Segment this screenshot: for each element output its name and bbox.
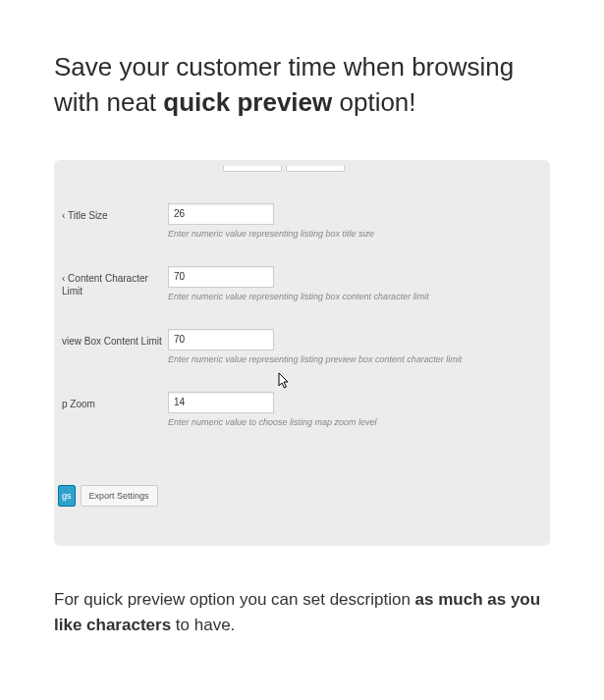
gs-button[interactable]: gs xyxy=(58,485,76,507)
export-settings-label: Export Settings xyxy=(89,491,149,501)
footer-part1: For quick preview option you can set des… xyxy=(54,590,415,609)
headline-part2: option! xyxy=(332,87,415,117)
settings-panel: ‹ Title Size Enter numeric value represe… xyxy=(54,160,550,546)
label-view-box-content: view Box Content Limit xyxy=(58,329,168,348)
label-content-char-limit: ‹ Content Character Limit xyxy=(58,266,168,297)
page-headline: Save your customer time when browsing wi… xyxy=(54,49,550,121)
input-content-char-limit[interactable] xyxy=(168,266,274,288)
field-title-size: ‹ Title Size Enter numeric value represe… xyxy=(58,203,540,239)
gs-button-label: gs xyxy=(62,491,72,501)
footer-description: For quick preview option you can set des… xyxy=(54,587,550,639)
field-p-zoom: p Zoom Enter numeric value to choose lis… xyxy=(58,392,540,427)
hint-p-zoom: Enter numeric value to choose listing ma… xyxy=(168,417,540,427)
export-settings-button[interactable]: Export Settings xyxy=(81,485,158,507)
hint-content-char-limit: Enter numeric value representing listing… xyxy=(168,292,540,301)
footer-part2: to have. xyxy=(171,616,235,634)
tab-fragment xyxy=(223,166,282,172)
field-content-char-limit: ‹ Content Character Limit Enter numeric … xyxy=(58,266,540,301)
input-p-zoom[interactable] xyxy=(168,392,274,413)
input-title-size[interactable] xyxy=(168,203,274,225)
label-title-size: ‹ Title Size xyxy=(58,203,168,222)
input-view-box-content[interactable] xyxy=(168,329,274,350)
top-tab-fragments xyxy=(223,166,345,172)
tab-fragment xyxy=(286,166,345,172)
hint-view-box-content: Enter numeric value representing listing… xyxy=(168,354,540,364)
field-view-box-content: view Box Content Limit Enter numeric val… xyxy=(58,329,540,364)
hint-title-size: Enter numeric value representing listing… xyxy=(168,229,540,239)
label-p-zoom: p Zoom xyxy=(58,392,168,410)
headline-bold: quick preview xyxy=(163,87,332,117)
